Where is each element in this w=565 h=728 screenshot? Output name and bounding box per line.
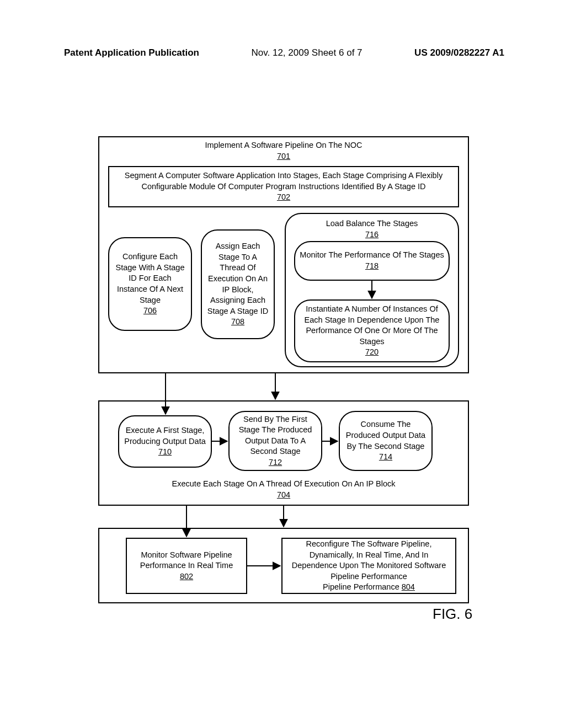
box-712-ref: 712 [269, 457, 282, 468]
box-714-text: Consume The Produced Output Data By The … [344, 419, 427, 452]
box-714: Consume The Produced Output Data By The … [339, 411, 433, 471]
box-708: Assign Each Stage To A Thread Of Executi… [201, 229, 275, 339]
box-716-text: Load Balance The Stages [326, 218, 418, 229]
box-704-label: Execute Each Stage On A Thread Of Execut… [98, 479, 469, 500]
box-704-ref: 704 [277, 490, 290, 499]
figure-label: FIG. 6 [433, 606, 472, 623]
box-706-text: Configure Each Stage With A Stage ID For… [114, 251, 186, 306]
box-704-text: Execute Each Stage On A Thread Of Execut… [172, 479, 396, 488]
box-702-text: Segment A Computer Software Application … [114, 170, 454, 192]
box-720: Instantiate A Number Of Instances Of Eac… [294, 299, 450, 362]
box-712: Send By The First Stage The Produced Out… [228, 411, 322, 471]
box-720-text: Instantiate A Number Of Instances Of Eac… [300, 304, 444, 347]
box-802-ref: 802 [180, 571, 193, 582]
box-708-text: Assign Each Stage To A Thread Of Executi… [206, 241, 269, 317]
box-702-ref: 702 [277, 192, 290, 203]
box-701-ref: 701 [277, 152, 290, 160]
box-701-text: Implement A Software Pipeline On The NOC [205, 141, 362, 149]
box-718-ref: 718 [365, 261, 379, 272]
diagram-canvas: Implement A Software Pipeline On The NOC… [0, 0, 565, 728]
box-706-ref: 706 [143, 306, 157, 317]
box-802-text: Monitor Software Pipeline Performance In… [131, 550, 242, 571]
box-718-text: Monitor The Performance Of The Stages [300, 250, 444, 261]
box-716-ref: 716 [365, 229, 379, 240]
box-804-ref: 804 [402, 582, 415, 591]
box-710-text: Execute A First Stage, Producing Output … [124, 425, 206, 447]
box-712-text: Send By The First Stage The Produced Out… [234, 414, 317, 457]
box-804: Reconfigure The Software Pipeline, Dynam… [281, 538, 456, 594]
box-710-ref: 710 [158, 447, 172, 458]
box-714-ref: 714 [379, 452, 392, 463]
box-701-label: Implement A Software Pipeline On The NOC… [98, 140, 469, 162]
box-708-ref: 708 [231, 317, 244, 328]
box-702: Segment A Computer Software Application … [108, 166, 459, 207]
box-802: Monitor Software Pipeline Performance In… [126, 538, 247, 594]
box-720-ref: 720 [365, 347, 379, 358]
box-710: Execute A First Stage, Producing Output … [118, 415, 212, 468]
box-804-text: Reconfigure The Software Pipeline, Dynam… [287, 539, 451, 582]
box-718: Monitor The Performance Of The Stages 71… [294, 241, 450, 281]
box-706: Configure Each Stage With A Stage ID For… [108, 237, 192, 331]
